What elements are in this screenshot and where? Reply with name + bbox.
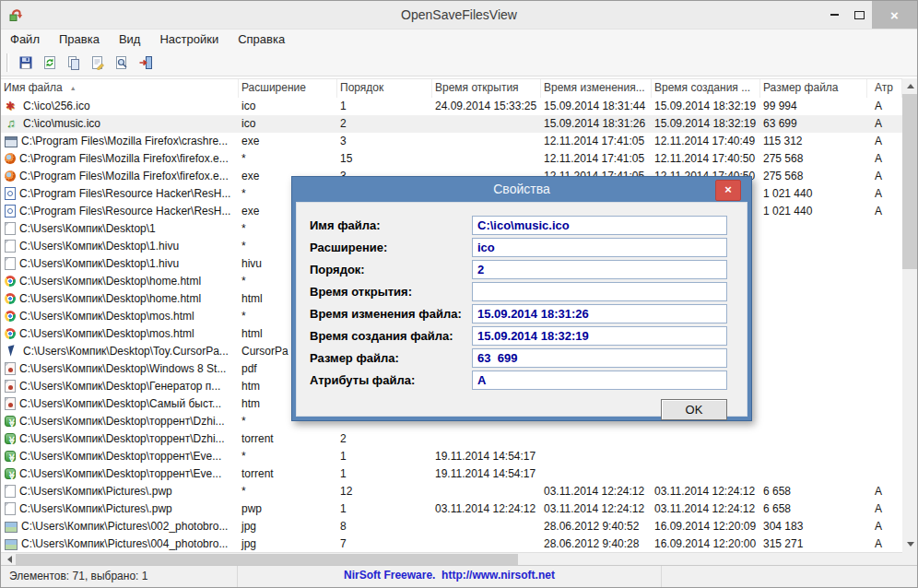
redpage-file-icon <box>5 397 16 410</box>
dialog-field-row: Время изменения файла:15.09.2014 18:31:2… <box>310 302 727 324</box>
save-button[interactable] <box>14 51 37 74</box>
table-row[interactable]: C:\Users\Компик\Pictures\.pwp*1203.11.20… <box>1 483 902 500</box>
redpage-file-icon <box>5 362 16 375</box>
dialog-field-value[interactable]: 2 <box>472 260 727 279</box>
cell-attr <box>867 290 902 308</box>
dialog-field-value[interactable]: 15.09.2014 18:31:26 <box>472 304 727 323</box>
copy-button[interactable] <box>62 51 85 74</box>
dialog-field-label: Атрибуты файла: <box>310 373 472 387</box>
table-row[interactable]: C:\Users\Компик\Desktop\торрент\Dzhi...t… <box>1 430 902 448</box>
cell-ext: * <box>239 448 337 465</box>
table-row[interactable]: C:\ico\256.icoico124.09.2014 15:33:2515.… <box>1 98 902 115</box>
cell-modified <box>541 448 652 465</box>
cell-opened <box>432 535 541 550</box>
cell-attr <box>867 325 902 343</box>
file-path: C:\Program Files\Mozilla Firefox\crashre… <box>21 133 228 150</box>
column-header-order[interactable]: Порядок <box>337 79 432 98</box>
table-row[interactable]: C:\Users\Компик\Desktop\торрент\Eve...to… <box>1 465 902 483</box>
dialog-close-icon: × <box>724 182 732 196</box>
menu-item-1[interactable]: Правка <box>59 32 100 46</box>
file-path: C:\Users\Компик\Desktop\1.hivu <box>19 255 179 273</box>
find-button[interactable] <box>110 51 133 74</box>
dialog-field-value[interactable] <box>472 282 727 301</box>
maximize-button[interactable] <box>847 1 872 29</box>
cell-name: C:\Program Files\Mozilla Firefox\firefox… <box>1 168 239 185</box>
cell-size: 275 568 <box>760 168 867 185</box>
cell-attr: A <box>867 98 902 115</box>
dialog-title-bar[interactable]: Свойства × <box>292 177 751 202</box>
cell-size <box>760 378 867 395</box>
dialog-close-button[interactable]: × <box>715 180 741 201</box>
cell-created: 12.11.2014 17:40:49 <box>652 133 760 150</box>
cell-created: 15.09.2014 18:32:19 <box>652 98 760 115</box>
table-row[interactable]: C:\Users\Компик\Desktop\торрент\Eve...*1… <box>1 448 902 465</box>
nirsoft-link[interactable]: NirSoft Freeware. http://www.nirsoft.net <box>344 569 555 582</box>
cell-ext: ico <box>239 98 337 115</box>
menu-item-0[interactable]: Файл <box>10 32 40 46</box>
close-button[interactable]: × <box>872 1 917 29</box>
dialog-title: Свойства <box>493 182 549 196</box>
menu-item-2[interactable]: Вид <box>119 32 141 46</box>
menu-item-4[interactable]: Справка <box>238 32 285 46</box>
scroll-up-button[interactable] <box>902 78 918 94</box>
cell-attr <box>867 378 902 395</box>
cell-size <box>760 220 867 238</box>
cell-name: C:\Program Files\Mozilla Firefox\crashre… <box>1 133 239 150</box>
table-row[interactable]: C:\Users\Компик\Pictures\002_photobro...… <box>1 518 902 535</box>
column-header-opened[interactable]: Время открытия <box>432 79 541 98</box>
table-row[interactable]: C:\Users\Компик\Pictures\.pwppwp103.11.2… <box>1 500 902 518</box>
status-bar: Элементов: 71, выбрано: 1 NirSoft Freewa… <box>1 565 917 588</box>
table-row[interactable]: C:\Program Files\Mozilla Firefox\crashre… <box>1 133 902 150</box>
torrent-file-icon <box>5 451 16 462</box>
torrent-file-icon <box>5 468 16 479</box>
dialog-field-value[interactable]: C:\ico\music.ico <box>472 216 727 235</box>
dialog-field-value[interactable]: 15.09.2014 18:32:19 <box>472 326 727 346</box>
properties-button[interactable] <box>86 51 109 74</box>
dialog-field-value[interactable]: A <box>472 370 727 390</box>
arrow-left-icon <box>7 556 12 563</box>
cell-attr: A <box>867 483 902 500</box>
cell-size: 6 658 <box>760 483 867 500</box>
horizontal-scrollbar[interactable] <box>1 552 902 566</box>
cell-opened <box>432 430 541 448</box>
file-path: C:\Users\Компик\Desktop\Генератор п... <box>19 378 220 395</box>
cell-created: 03.11.2014 12:24:12 <box>652 483 760 500</box>
column-header-size[interactable]: Размер файла <box>760 79 867 98</box>
column-header-created[interactable]: Время создания ... <box>652 79 760 98</box>
table-row[interactable]: C:\Users\Компик\Pictures\004_photobro...… <box>1 535 902 550</box>
dialog-field-label: Время открытия: <box>310 285 472 299</box>
exit-button[interactable] <box>134 51 157 74</box>
cell-order: 3 <box>337 133 432 150</box>
table-row[interactable]: C:\ico\music.icoico215.09.2014 18:31:261… <box>1 115 902 133</box>
minimize-button[interactable] <box>822 1 847 29</box>
column-header-name[interactable]: Имя файла▲ <box>1 79 239 98</box>
column-header-attr[interactable]: Атр <box>867 79 902 98</box>
column-header-modified[interactable]: Время изменения... <box>541 79 652 98</box>
cell-name: C:\Program Files\Resource Hacker\ResH... <box>1 203 239 220</box>
cell-size <box>760 448 867 465</box>
dialog-field-value[interactable]: 63 699 <box>472 348 727 368</box>
cell-created <box>652 430 760 448</box>
cell-order: 1 <box>337 98 432 115</box>
column-header-ext[interactable]: Расширение <box>239 79 337 98</box>
vertical-scrollbar[interactable] <box>902 78 918 552</box>
exit-icon <box>138 55 153 70</box>
cell-name: C:\Users\Компик\Desktop\Самый быст... <box>1 395 239 413</box>
scroll-down-button[interactable] <box>902 536 918 552</box>
cell-ext: jpg <box>239 518 337 535</box>
dialog-field-value[interactable]: ico <box>472 238 727 257</box>
scroll-left-button[interactable] <box>3 553 16 566</box>
flower-file-icon <box>5 99 19 113</box>
ok-button[interactable]: OK <box>661 399 727 420</box>
horizontal-scrollbar-thumb[interactable] <box>16 554 518 565</box>
vertical-scrollbar-thumb[interactable] <box>902 94 918 269</box>
cell-created: 16.09.2014 12:20:09 <box>652 518 760 535</box>
file-path: C:\Users\Компик\Desktop\торрент\Dzhi... <box>19 430 225 448</box>
menu-item-3[interactable]: Настройки <box>159 32 218 46</box>
refresh-button[interactable] <box>38 51 61 74</box>
cell-created <box>652 465 760 483</box>
redpage-file-icon <box>5 380 16 393</box>
cell-size <box>760 325 867 343</box>
dialog-field-label: Время изменения файла: <box>310 307 472 321</box>
table-row[interactable]: C:\Program Files\Mozilla Firefox\firefox… <box>1 150 902 168</box>
